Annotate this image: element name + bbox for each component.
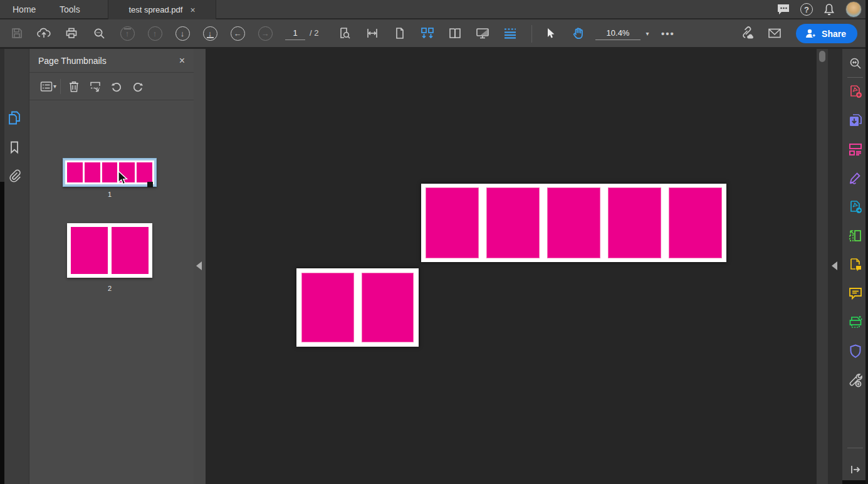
page-number-input[interactable]: 1 [285,26,305,40]
email-button[interactable] [765,24,784,43]
panel-resize-gutter[interactable] [194,49,206,484]
feedback-chat-icon[interactable] [776,3,790,16]
fit-page-button[interactable] [390,24,409,43]
next-view-button[interactable]: → [256,24,275,43]
fit-width-button[interactable] [363,24,382,43]
pink-rectangle [71,227,108,274]
page-zoom-icon [338,27,351,39]
sidebar-item-attachments[interactable] [6,167,23,185]
scan-ocr-tool[interactable] [846,313,865,332]
edit-pdf-tool[interactable] [846,140,865,159]
expand-pane-icon [849,465,862,475]
thumbnail-page-1-label: 1 [97,191,122,198]
export-pdf-icon [848,199,863,214]
more-tools-overflow-button[interactable]: ••• [659,24,677,43]
select-tool-button[interactable] [541,24,560,43]
print-button[interactable] [62,24,81,43]
right-tools-pane [842,49,868,484]
tab-home[interactable]: Home [13,0,36,19]
save-button[interactable] [8,24,26,43]
pink-rectangle [102,162,118,182]
full-screen-button[interactable] [473,24,492,43]
marquee-zoom-button[interactable] [335,24,354,43]
rotate-clockwise-button[interactable] [128,77,147,96]
next-page-icon: ↓ [175,26,190,41]
last-page-icon: ↓ [203,26,217,41]
options-caret-icon[interactable]: ▾ [53,83,56,90]
open-tools-pane-button[interactable] [846,460,865,479]
scrollbar-thumb[interactable] [819,51,825,62]
more-tools-button[interactable] [846,371,865,389]
thumbnail-page-2[interactable] [67,223,152,278]
pink-rectangle [301,273,354,342]
scan-ocr-icon [848,315,863,330]
collapse-left-panel-icon[interactable] [196,261,202,270]
document-canvas[interactable] [206,49,817,484]
pink-rectangle [85,162,100,182]
thumbnail-page-1-preview [65,160,154,184]
sidebar-item-bookmarks[interactable] [6,139,23,156]
crop-pages-tool[interactable] [846,226,865,245]
vertical-scrollbar[interactable] [817,49,828,484]
send-for-comments-tool[interactable] [846,255,865,274]
create-pdf-tool[interactable] [846,82,865,101]
insert-pages-button[interactable] [86,77,105,96]
delete-pages-button[interactable] [65,77,83,96]
mouse-cursor [116,171,128,186]
window-right-edge [865,0,868,484]
two-page-scrolling-button[interactable] [418,24,437,43]
two-page-view-button[interactable] [446,24,464,43]
selection-handle[interactable] [147,182,153,187]
wrench-plus-icon [848,372,863,387]
search-tool-button[interactable] [846,54,865,73]
last-page-button[interactable]: ↓ [201,24,219,43]
pink-rectangle [669,187,722,258]
comment-bubble-icon [848,287,863,300]
help-icon[interactable]: ? [800,3,813,16]
main-toolbar: ↑ ↑ ↓ ↓ ← → 1 / 2 10.4% ▾ ••• [0,19,868,48]
combine-files-tool[interactable] [846,111,865,130]
save-to-cloud-button[interactable] [34,24,53,43]
combine-files-icon [848,113,863,128]
sidebar-item-page-thumbnails[interactable] [6,109,23,127]
previous-page-button[interactable]: ↑ [145,24,164,43]
pink-rectangle [486,187,540,258]
protect-tool[interactable] [846,342,865,360]
fill-and-sign-tool[interactable] [846,169,865,187]
zoom-level-input[interactable]: 10.4% [595,26,641,40]
rotate-counterclockwise-button[interactable] [107,77,126,96]
next-page-button[interactable]: ↓ [173,24,192,43]
first-page-icon: ↑ [120,26,135,41]
enable-scrolling-button[interactable] [501,24,520,43]
close-tab-icon[interactable]: × [190,6,195,14]
page-comment-icon [848,257,863,272]
document-page-1[interactable] [421,184,726,262]
page-thumbnails-icon [8,110,21,125]
share-link-button[interactable] [738,24,756,43]
insert-pages-icon [89,80,102,93]
rotate-ccw-icon [110,80,123,93]
comment-tool[interactable] [846,284,865,303]
panel-close-icon[interactable]: × [179,55,185,66]
thumbnail-page-1[interactable] [63,158,157,187]
app-tab-bar: Home Tools test spread.pdf × ? [0,0,868,19]
hand-icon [572,27,585,40]
user-avatar[interactable] [845,1,862,18]
shield-icon [849,344,862,359]
find-button[interactable] [90,24,108,43]
tab-tools[interactable]: Tools [60,0,80,19]
document-tab-title: test spread.pdf [128,5,182,14]
share-button-label: Share [822,29,846,39]
share-button[interactable]: Share [796,24,857,43]
hand-tool-button[interactable] [568,24,587,43]
fit-width-icon [366,27,379,39]
scrolling-lines-icon [503,27,517,39]
zoom-dropdown-button[interactable]: ▾ [638,24,657,43]
notifications-bell-icon[interactable] [823,3,835,16]
export-pdf-tool[interactable] [846,197,865,216]
collapse-right-pane-icon[interactable] [832,261,837,270]
previous-view-button[interactable]: ← [228,24,247,43]
document-tab[interactable]: test spread.pdf × [108,0,216,19]
document-page-2[interactable] [296,268,419,347]
first-page-button[interactable]: ↑ [118,24,137,43]
